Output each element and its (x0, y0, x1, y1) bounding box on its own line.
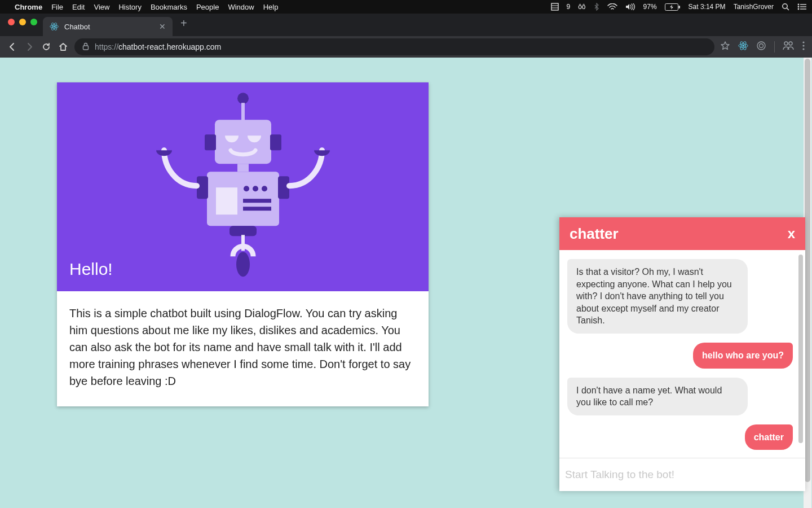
close-window-button[interactable] (8, 19, 15, 25)
spotlight-icon[interactable] (782, 3, 789, 11)
svg-point-26 (237, 93, 249, 104)
tab-strip: Chatbot ✕ + (0, 14, 812, 36)
status-badge-count[interactable]: 9 (567, 3, 571, 11)
browser-tab[interactable]: Chatbot ✕ (43, 17, 173, 36)
menu-history[interactable]: History (118, 3, 141, 11)
home-button[interactable] (58, 41, 69, 52)
toolbar-separator (774, 41, 775, 52)
info-card: Hello! This is a simple chatbot built us… (57, 82, 429, 406)
card-body-text: This is a simple chatbot built using Dia… (57, 291, 429, 406)
svg-rect-40 (243, 207, 271, 211)
user-name[interactable]: TanishGrover (734, 3, 774, 11)
svg-rect-28 (215, 120, 271, 164)
tab-title: Chatbot (64, 23, 153, 31)
svg-rect-14 (83, 46, 89, 50)
chat-scroll-thumb[interactable] (798, 255, 803, 443)
chat-title: chatter (570, 225, 619, 243)
volume-icon[interactable] (625, 3, 636, 10)
fullscreen-window-button[interactable] (30, 19, 37, 25)
svg-rect-30 (270, 134, 281, 150)
svg-rect-39 (243, 199, 271, 203)
macos-menubar: Chrome File Edit View History Bookmarks … (0, 0, 812, 14)
wifi-icon[interactable] (607, 3, 617, 10)
chat-widget: chatter x Is that a visitor? Oh my, I wa… (559, 217, 805, 491)
reload-button[interactable] (41, 41, 52, 52)
battery-icon[interactable] (665, 3, 681, 11)
svg-rect-0 (551, 3, 558, 10)
menu-bookmarks[interactable]: Bookmarks (151, 3, 187, 11)
menu-help[interactable]: Help (263, 3, 279, 11)
svg-point-25 (802, 48, 804, 50)
svg-point-8 (798, 8, 800, 10)
bookmark-star-icon[interactable] (720, 41, 730, 53)
menu-people[interactable]: People (196, 3, 219, 11)
svg-point-22 (789, 42, 792, 45)
chat-text-input[interactable] (559, 458, 805, 491)
svg-rect-2 (678, 6, 680, 8)
svg-point-4 (798, 4, 800, 6)
tab-close-icon[interactable]: ✕ (159, 22, 166, 31)
extension-circle-icon[interactable] (756, 41, 766, 53)
svg-point-38 (262, 186, 267, 191)
svg-rect-41 (230, 226, 257, 236)
browser-window: Chatbot ✕ + https://chatbot-react.heroku… (0, 14, 812, 58)
user-message: chatter (745, 424, 793, 450)
control-center-icon[interactable] (797, 3, 806, 10)
clock[interactable]: Sat 3:14 PM (689, 3, 726, 11)
robot-illustration-icon (153, 87, 333, 279)
svg-rect-9 (800, 8, 806, 9)
svg-rect-27 (241, 103, 245, 122)
hero-title: Hello! (69, 260, 113, 279)
battery-percent[interactable]: 97% (643, 3, 657, 11)
svg-point-20 (760, 44, 764, 48)
menu-view[interactable]: View (94, 3, 109, 11)
svg-rect-35 (216, 187, 237, 214)
chat-messages[interactable]: Is that a visitor? Oh my, I wasn't expec… (559, 250, 805, 458)
lock-icon (82, 42, 89, 52)
svg-point-15 (742, 45, 744, 46)
page-scroll-thumb[interactable] (805, 59, 810, 482)
svg-point-6 (798, 6, 800, 8)
chat-close-button[interactable]: x (788, 226, 795, 242)
minimize-window-button[interactable] (19, 19, 26, 25)
hero-banner: Hello! (57, 82, 429, 291)
svg-point-3 (783, 4, 787, 8)
browser-toolbar: https://chatbot-react.herokuapp.com (0, 36, 812, 58)
bot-message: I don't have a name yet. What would you … (567, 378, 748, 415)
svg-point-43 (236, 252, 250, 277)
kebab-menu-icon[interactable] (802, 41, 805, 53)
user-message: hello who are you? (693, 343, 793, 369)
svg-rect-5 (800, 4, 806, 5)
url-text: https://chatbot-react.herokuapp.com (95, 42, 221, 51)
address-bar[interactable]: https://chatbot-react.herokuapp.com (74, 38, 714, 55)
menu-edit[interactable]: Edit (72, 3, 85, 11)
bot-message: Is that a visitor? Oh my, I wasn't expec… (567, 259, 748, 334)
status-glasses-icon[interactable]: ôô (578, 3, 585, 11)
svg-point-10 (54, 26, 55, 28)
svg-rect-31 (237, 164, 249, 172)
forward-button[interactable] (24, 41, 35, 52)
svg-point-21 (784, 42, 788, 45)
svg-point-24 (802, 45, 804, 46)
page-viewport: Hello! This is a simple chatbot built us… (0, 58, 812, 508)
profile-icon[interactable] (783, 41, 794, 52)
chat-header: chatter x (559, 217, 805, 250)
svg-rect-7 (800, 6, 806, 7)
svg-rect-29 (205, 134, 216, 150)
bluetooth-icon[interactable] (594, 3, 599, 11)
react-favicon-icon (50, 22, 59, 31)
menu-window[interactable]: Window (228, 3, 254, 11)
svg-point-19 (757, 42, 765, 50)
toolbar-right (720, 41, 805, 53)
window-controls (5, 19, 43, 31)
svg-point-23 (802, 41, 804, 43)
app-name[interactable]: Chrome (15, 3, 42, 11)
svg-point-37 (253, 186, 258, 191)
menu-file[interactable]: File (51, 3, 63, 11)
new-tab-button[interactable]: + (173, 17, 195, 33)
react-devtools-icon[interactable] (738, 41, 748, 53)
chat-scrollbar[interactable] (798, 255, 803, 453)
chat-input-area (559, 458, 805, 491)
back-button[interactable] (7, 41, 18, 52)
status-app-icon[interactable] (551, 3, 559, 11)
